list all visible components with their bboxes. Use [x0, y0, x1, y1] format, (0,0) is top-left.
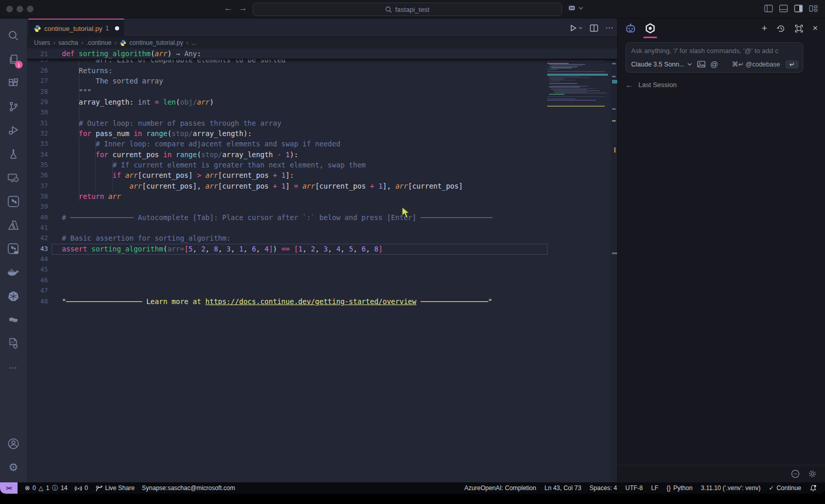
testing-view-icon[interactable] — [2, 142, 25, 166]
azure-view-icon[interactable] — [2, 213, 25, 237]
fullscreen-icon[interactable] — [795, 24, 803, 33]
navigate-back-icon[interactable]: ← — [223, 3, 234, 13]
python-interpreter-status[interactable]: 3.11.10 ('.venv': venv) — [701, 484, 761, 492]
language-status[interactable]: {} Python — [667, 484, 692, 492]
synapse-view-icon[interactable] — [2, 308, 25, 332]
azure-openai-status[interactable]: AzureOpenAI: Completion — [465, 484, 536, 492]
code-line-31[interactable]: 31 # Outer loop: number of passes throug… — [27, 118, 617, 128]
breadcrumb-item[interactable]: ... — [191, 39, 196, 46]
breadcrumb-item[interactable]: Users — [34, 39, 50, 46]
kubernetes-view-icon[interactable] — [2, 284, 25, 308]
encoding-status[interactable]: UTF-8 — [625, 484, 643, 492]
code-line-35[interactable]: 35 # If current element is greater than … — [27, 160, 617, 170]
live-share-status[interactable]: Live Share — [95, 484, 135, 492]
remote-explorer-view-icon[interactable]: >< — [2, 166, 25, 190]
tab-robot-view[interactable] — [625, 19, 636, 38]
code-line-27[interactable]: 27 The sorted array — [27, 76, 617, 86]
minimap[interactable]: Continue — [547, 49, 610, 116]
docker-view-icon[interactable] — [2, 261, 25, 284]
breadcrumb-item[interactable]: .continue — [86, 39, 111, 46]
split-editor-icon[interactable] — [590, 24, 598, 32]
code-line-33[interactable]: 33 # Inner loop: compare adjacent elemen… — [27, 139, 617, 149]
code-line-46[interactable]: 46 — [27, 275, 617, 285]
run-python-file-button[interactable] — [569, 24, 583, 32]
navigate-forward-icon[interactable]: → — [237, 3, 249, 13]
code-line-30[interactable]: 30 — [27, 107, 617, 117]
customize-layout-icon[interactable] — [809, 5, 818, 12]
toggle-panel-icon[interactable] — [779, 5, 788, 12]
continue-panel: + × Ask anything, '/' for slash commands… — [617, 19, 825, 482]
close-panel-icon[interactable]: × — [813, 23, 818, 33]
last-session-link[interactable]: ← Last Session — [625, 80, 676, 89]
cursor-position-status[interactable]: Ln 43, Col 73 — [544, 484, 581, 492]
close-window-button[interactable] — [6, 6, 13, 12]
cpp-tools-view-icon[interactable]: C+ — [2, 332, 25, 356]
terraform-cloud-view-icon[interactable] — [2, 237, 25, 261]
continue-status[interactable]: ✓ Continue — [769, 484, 801, 492]
history-icon[interactable] — [777, 24, 785, 33]
sticky-scroll-line[interactable]: 21def sorting_algorithm(arr) → Any: — [27, 48, 617, 59]
code-line-34[interactable]: 34 for current_pos in range(stop/array_l… — [27, 149, 617, 160]
warning-count: 1 — [46, 484, 50, 492]
search-view-icon[interactable] — [2, 24, 25, 47]
account-status[interactable]: Synapse:saschac@microsoft.com — [142, 484, 235, 492]
eol-status[interactable]: LF — [651, 484, 658, 492]
copilot-menu[interactable] — [567, 4, 583, 12]
code-line-41[interactable]: 41 — [27, 223, 617, 233]
code-line-48[interactable]: 48"────────────────── Learn more at http… — [27, 296, 617, 307]
modified-indicator-icon[interactable] — [115, 26, 119, 30]
chat-input-box[interactable]: Ask anything, '/' for slash commands, '@… — [625, 42, 803, 73]
code-line-39[interactable]: 39 — [27, 201, 617, 212]
line-content: # Inner loop: compare adjacent elements … — [62, 139, 340, 149]
additional-views-icon[interactable]: ⋯ — [2, 356, 25, 379]
new-session-icon[interactable]: + — [762, 23, 767, 34]
code-line-37[interactable]: 37 arr[current_pos], arr[current_pos + 1… — [27, 181, 617, 191]
add-context-at-icon[interactable]: @ — [711, 60, 718, 69]
code-line-26[interactable]: 26 Returns: — [27, 65, 617, 76]
overview-ruler[interactable] — [611, 48, 617, 482]
problems-status[interactable]: ⊗ 0 △ 1 ⓘ 14 — [25, 484, 68, 493]
extensions-view-icon[interactable] — [2, 71, 25, 95]
minimize-window-button[interactable] — [16, 6, 23, 12]
toggle-secondary-sidebar-icon[interactable] — [794, 5, 803, 12]
accounts-icon[interactable] — [2, 432, 25, 456]
code-line-38[interactable]: 38 return arr — [27, 191, 617, 201]
breadcrumb[interactable]: Users › sascha › .continue › continue_tu… — [27, 37, 617, 48]
more-actions-icon[interactable]: ⋯ — [605, 23, 613, 32]
ports-status[interactable]: 0 — [75, 484, 88, 492]
code-line-36[interactable]: 36 if arr[current_pos] > arr[current_pos… — [27, 170, 617, 180]
zoom-window-button[interactable] — [27, 6, 34, 12]
model-selector-label: Claude 3.5 Sonn... — [631, 61, 685, 68]
code-line-42[interactable]: 42# Basic assertion for sorting_algorith… — [27, 233, 617, 243]
code-editor[interactable]: 25 arr: List of comparable elements to b… — [27, 48, 617, 482]
submit-enter-button[interactable]: ↵ — [785, 60, 799, 69]
source-control-view-icon[interactable] — [2, 95, 25, 119]
indentation-status[interactable]: Spaces: 4 — [589, 484, 617, 492]
terraform-view-icon[interactable] — [2, 190, 25, 213]
code-line-47[interactable]: 47 — [27, 285, 617, 296]
ruler-marker — [612, 76, 616, 77]
explorer-view-icon[interactable]: 1 — [2, 47, 25, 71]
code-line-44[interactable]: 44 — [27, 254, 617, 264]
panel-settings-gear-icon[interactable] — [808, 469, 817, 478]
notifications-bell[interactable] — [810, 484, 817, 492]
code-line-45[interactable]: 45 — [27, 264, 617, 275]
feedback-smiley-icon[interactable] — [791, 469, 800, 478]
model-selector[interactable]: Claude 3.5 Sonn... — [631, 61, 692, 68]
attach-image-icon[interactable] — [697, 61, 705, 68]
tab-continue-chat[interactable] — [645, 19, 656, 38]
tab-continue-tutorial[interactable]: continue_tutorial.py 1 — [28, 19, 124, 37]
code-line-43[interactable]: 43assert sorting_algorithm(arr=[5, 2, 8,… — [27, 244, 617, 254]
manage-settings-icon[interactable]: ⚙ — [2, 456, 25, 479]
breadcrumb-item[interactable]: continue_tutorial.py — [129, 39, 183, 46]
code-line-28[interactable]: 28 """ — [27, 87, 617, 97]
code-line-29[interactable]: 29 array_length: int = len(obj/arr) — [27, 97, 617, 107]
toggle-primary-sidebar-icon[interactable] — [764, 5, 773, 12]
code-line-40[interactable]: 40# ─────────────── Autocomplete [Tab]: … — [27, 212, 617, 223]
run-debug-view-icon[interactable] — [2, 119, 25, 142]
remote-indicator[interactable]: >< — [0, 482, 18, 494]
breadcrumb-item[interactable]: sascha — [58, 39, 78, 46]
run-options-chevron-icon[interactable] — [579, 27, 583, 29]
command-center-search[interactable]: fastapi_test — [253, 3, 562, 16]
code-line-32[interactable]: 32 for pass_num in range(stop/array_leng… — [27, 128, 617, 139]
